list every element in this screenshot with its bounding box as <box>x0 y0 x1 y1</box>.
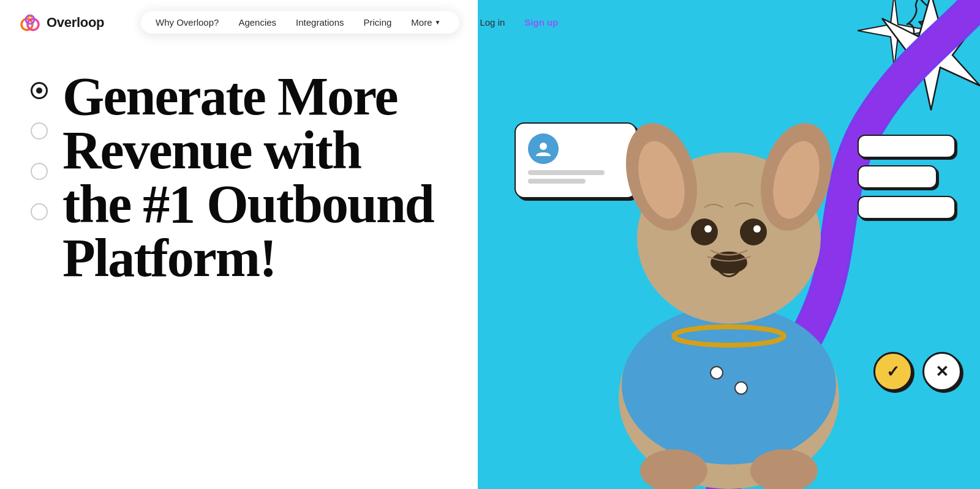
svg-point-14 <box>704 225 712 233</box>
dog-illustration <box>551 42 907 489</box>
svg-point-12 <box>691 218 718 245</box>
nav-login[interactable]: Log in <box>480 17 505 28</box>
more-chevron-icon: ▼ <box>435 19 441 26</box>
radio-indicators <box>31 82 48 220</box>
right-panel: ✓ ✕ <box>478 0 980 489</box>
left-panel: Overloop Why Overloop? Agencies Integrat… <box>0 0 478 489</box>
nav-signup[interactable]: Sign up <box>524 17 558 28</box>
overloop-logo-icon <box>18 11 42 34</box>
radio-dot-4[interactable] <box>31 203 48 220</box>
radio-dot-2[interactable] <box>31 122 48 140</box>
svg-point-3 <box>540 143 547 150</box>
nav-agencies[interactable]: Agencies <box>238 17 276 28</box>
nav-pill: Why Overloop? Agencies Integrations Pric… <box>141 11 459 34</box>
hero-left: Generate More Revenue with the #1 Outbou… <box>0 45 478 489</box>
svg-point-18 <box>735 382 747 394</box>
navbar: Overloop Why Overloop? Agencies Integrat… <box>0 0 478 45</box>
user-icon <box>535 140 552 157</box>
nav-pricing[interactable]: Pricing <box>363 17 391 28</box>
logo-text: Overloop <box>47 15 104 31</box>
nav-why-overloop[interactable]: Why Overloop? <box>156 17 219 28</box>
radio-dot-1[interactable] <box>31 82 48 99</box>
page-wrapper: Overloop Why Overloop? Agencies Integrat… <box>0 0 980 489</box>
cross-button[interactable]: ✕ <box>922 352 962 391</box>
nav-integrations[interactable]: Integrations <box>296 17 344 28</box>
svg-point-15 <box>753 225 761 233</box>
nav-more[interactable]: More ▼ <box>411 17 440 28</box>
logo-area[interactable]: Overloop <box>18 11 104 34</box>
svg-point-17 <box>710 367 723 379</box>
hero-headline: Generate More Revenue with the #1 Outbou… <box>62 70 441 285</box>
radio-dot-3[interactable] <box>31 163 48 180</box>
svg-point-13 <box>740 218 767 245</box>
